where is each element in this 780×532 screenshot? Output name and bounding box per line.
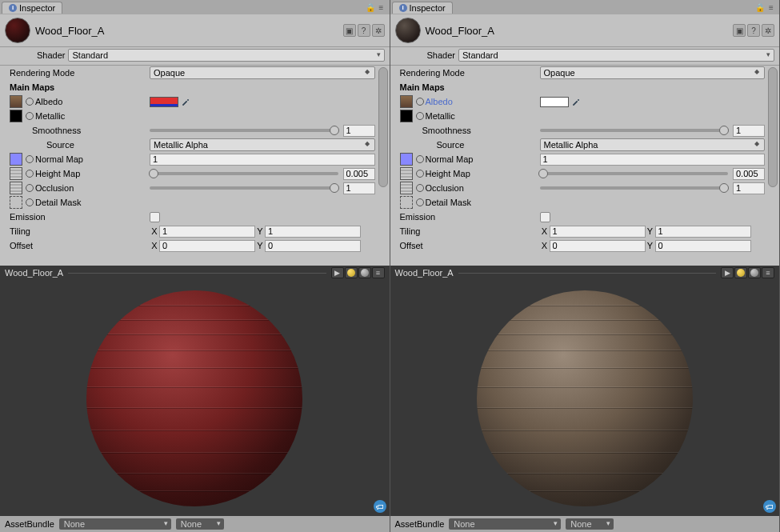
asset-bundle-variant-dropdown[interactable]: None: [566, 518, 614, 530]
panel-menu-icon[interactable]: ≡: [377, 2, 386, 12]
eyedropper-icon[interactable]: [570, 96, 582, 107]
normal-input[interactable]: [150, 154, 375, 166]
normal-input[interactable]: [540, 154, 766, 166]
help-icon[interactable]: ?: [358, 24, 370, 37]
preview-header: Wood_Floor_A ▶ ≡: [0, 266, 390, 280]
shader-dropdown[interactable]: Standard: [458, 49, 774, 62]
metallic-texture-slot[interactable]: [400, 110, 413, 122]
offset-y-input[interactable]: [655, 240, 751, 252]
albedo-texture-slot[interactable]: [10, 95, 22, 108]
prefab-icon[interactable]: ▣: [343, 24, 356, 37]
tab-inspector[interactable]: i Inspector: [392, 2, 453, 14]
texture-picker-icon[interactable]: [26, 98, 34, 106]
preview-unlit-button[interactable]: [748, 267, 761, 278]
gear-icon[interactable]: ✲: [372, 24, 385, 37]
preview-play-button[interactable]: ▶: [721, 267, 734, 278]
texture-picker-icon[interactable]: [416, 170, 424, 178]
smoothness-input[interactable]: [343, 125, 375, 137]
scrollbar[interactable]: [378, 67, 388, 187]
height-map-label: Height Map: [426, 169, 470, 178]
material-preview-thumb[interactable]: [5, 18, 30, 43]
preview-play-button[interactable]: ▶: [331, 267, 344, 278]
height-slider[interactable]: [540, 172, 729, 175]
height-slider[interactable]: [150, 172, 338, 175]
prefab-icon[interactable]: ▣: [733, 24, 746, 37]
main-maps-label: Main Maps: [10, 82, 150, 92]
texture-picker-icon[interactable]: [26, 184, 34, 192]
texture-picker-icon[interactable]: [416, 98, 424, 106]
normal-texture-slot[interactable]: [10, 153, 22, 166]
metallic-texture-slot[interactable]: [10, 110, 22, 122]
texture-picker-icon[interactable]: [26, 198, 34, 206]
height-input[interactable]: [733, 168, 765, 180]
height-input[interactable]: [343, 168, 375, 180]
texture-picker-icon[interactable]: [26, 170, 34, 178]
preview-menu-button[interactable]: ≡: [372, 267, 385, 278]
rendering-mode-dropdown[interactable]: Opaque: [150, 66, 375, 79]
preview-lit-button[interactable]: [734, 267, 747, 278]
material-preview[interactable]: 🏷: [390, 280, 780, 516]
occlusion-slider[interactable]: [540, 186, 729, 190]
occlusion-texture-slot[interactable]: [10, 182, 22, 194]
rendering-mode-dropdown[interactable]: Opaque: [540, 66, 766, 79]
occlusion-input[interactable]: [343, 182, 375, 194]
eyedropper-icon[interactable]: [180, 96, 191, 107]
detail-mask-texture-slot[interactable]: [400, 196, 413, 209]
scrollbar[interactable]: [768, 67, 778, 187]
shader-dropdown[interactable]: Standard: [68, 49, 384, 62]
occlusion-slider[interactable]: [150, 186, 338, 190]
normal-texture-slot[interactable]: [400, 153, 413, 166]
source-dropdown[interactable]: Metallic Alpha: [150, 138, 375, 151]
occlusion-label: Occlusion: [426, 183, 464, 193]
smoothness-slider[interactable]: [540, 129, 729, 132]
offset-label: Offset: [10, 241, 150, 250]
y-label: Y: [646, 226, 655, 236]
smoothness-input[interactable]: [733, 125, 765, 137]
source-dropdown[interactable]: Metallic Alpha: [540, 138, 766, 151]
lock-icon[interactable]: 🔒: [755, 2, 765, 12]
metallic-label: Metallic: [35, 111, 65, 121]
tag-icon[interactable]: 🏷: [763, 500, 776, 513]
asset-bundle-dropdown[interactable]: None: [59, 518, 171, 530]
emission-checkbox[interactable]: [150, 212, 160, 222]
texture-picker-icon[interactable]: [26, 112, 34, 120]
asset-bundle-variant-dropdown[interactable]: None: [176, 518, 224, 530]
detail-mask-label: Detail Mask: [426, 198, 471, 207]
albedo-color-swatch[interactable]: [540, 97, 569, 107]
lock-icon[interactable]: 🔒: [366, 2, 375, 12]
gear-icon[interactable]: ✲: [762, 24, 774, 37]
albedo-texture-slot[interactable]: [400, 95, 413, 108]
offset-y-input[interactable]: [265, 240, 361, 252]
tiling-y-input[interactable]: [655, 226, 751, 238]
offset-x-input[interactable]: [550, 240, 646, 252]
preview-unlit-button[interactable]: [358, 267, 371, 278]
asset-bundle-dropdown[interactable]: None: [449, 518, 561, 530]
material-properties: Rendering Mode Opaque Main Maps Albedo: [390, 66, 780, 266]
smoothness-slider[interactable]: [150, 129, 338, 132]
help-icon[interactable]: ?: [747, 24, 760, 37]
material-preview-thumb[interactable]: [395, 18, 421, 43]
occlusion-input[interactable]: [733, 182, 765, 194]
texture-picker-icon[interactable]: [26, 155, 34, 163]
height-texture-slot[interactable]: [400, 167, 413, 180]
preview-lit-button[interactable]: [345, 267, 358, 278]
material-preview[interactable]: 🏷: [0, 280, 390, 516]
albedo-color-swatch[interactable]: [150, 97, 178, 107]
texture-picker-icon[interactable]: [416, 198, 424, 206]
panel-menu-icon[interactable]: ≡: [766, 2, 776, 12]
tiling-x-input[interactable]: [159, 226, 255, 238]
tiling-y-input[interactable]: [265, 226, 361, 238]
emission-checkbox[interactable]: [540, 212, 550, 222]
tiling-x-input[interactable]: [550, 226, 646, 238]
detail-mask-texture-slot[interactable]: [10, 196, 22, 209]
preview-menu-button[interactable]: ≡: [762, 267, 774, 278]
height-texture-slot[interactable]: [10, 167, 22, 180]
texture-picker-icon[interactable]: [416, 184, 424, 192]
tag-icon[interactable]: 🏷: [374, 500, 386, 513]
offset-x-input[interactable]: [159, 240, 255, 252]
tab-inspector[interactable]: i Inspector: [2, 2, 62, 14]
preview-title: Wood_Floor_A: [5, 268, 63, 278]
texture-picker-icon[interactable]: [416, 155, 424, 163]
occlusion-texture-slot[interactable]: [400, 182, 413, 194]
texture-picker-icon[interactable]: [416, 112, 424, 120]
